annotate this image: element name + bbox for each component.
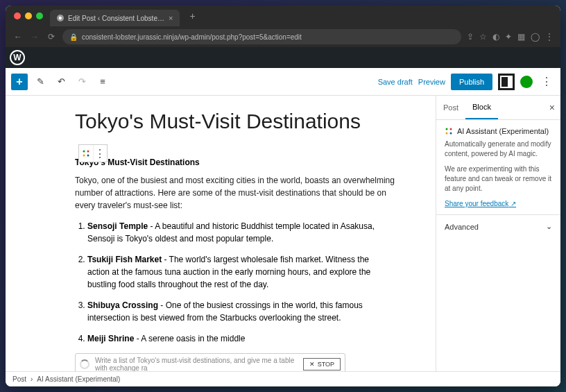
svg-point-7 (450, 128, 452, 130)
svg-point-2 (83, 151, 85, 153)
chevron-right-icon: › (31, 375, 33, 383)
settings-toggle-icon[interactable] (498, 74, 515, 90)
stop-button[interactable]: ✕STOP (303, 358, 341, 370)
ai-panel-icon (445, 127, 453, 135)
svg-point-9 (450, 133, 452, 135)
tab-post[interactable]: Post (436, 96, 465, 119)
wp-admin-bar: W (6, 47, 560, 68)
forward-icon[interactable]: → (29, 31, 40, 42)
content-intro[interactable]: Tokyo, one of the busiest and most excit… (75, 174, 408, 212)
shield-icon[interactable]: ◐ (492, 32, 499, 42)
preview-button[interactable]: Preview (418, 78, 445, 86)
content-list[interactable]: Sensoji Temple - A beautiful and histori… (75, 220, 408, 345)
list-item: Tsukiji Fish Market - The world's larges… (87, 253, 408, 291)
edit-icon[interactable]: ✎ (32, 74, 49, 90)
reload-icon[interactable]: ⟳ (46, 31, 57, 42)
advanced-label: Advanced (445, 223, 479, 231)
post-title[interactable]: Tokyo's Must-Visit Destinations (75, 110, 408, 134)
settings-sidebar: Post Block × AI Assistant (Experimental)… (436, 96, 560, 371)
block-options-icon[interactable]: ⋮ (93, 145, 108, 162)
redo-icon[interactable]: ↷ (74, 74, 90, 90)
share-icon[interactable]: ⇪ (467, 32, 474, 42)
tab-title: Edit Post ‹ Consistent Lobste… (68, 15, 164, 22)
url-bar: ← → ⟳ 🔒 consistent-lobster.jurassic.ninj… (6, 26, 560, 47)
svg-point-4 (83, 155, 85, 157)
jetpack-icon[interactable] (520, 76, 533, 88)
publish-button[interactable]: Publish (451, 74, 492, 90)
ai-prompt-text[interactable]: Write a list of Tokyo's must-visit desti… (95, 357, 298, 372)
svg-point-5 (87, 155, 89, 157)
svg-rect-1 (508, 76, 512, 87)
new-tab-icon[interactable]: + (189, 10, 195, 22)
extensions-icon[interactable]: ✦ (505, 32, 512, 42)
tab-block[interactable]: Block (465, 96, 498, 119)
lock-icon: 🔒 (69, 33, 78, 41)
breadcrumb-item[interactable]: Post (12, 375, 26, 383)
add-block-button[interactable]: + (11, 74, 28, 90)
block-toolbar[interactable]: ⋮ (78, 144, 108, 162)
window-maximize-icon[interactable] (36, 12, 43, 19)
svg-point-3 (87, 151, 89, 153)
undo-icon[interactable]: ↶ (53, 74, 69, 90)
editor-content[interactable]: Tokyo's Must-Visit Destinations ⋮ Tokyo'… (6, 96, 436, 371)
address-bar[interactable]: 🔒 consistent-lobster.jurassic.ninja/wp-a… (62, 29, 461, 44)
favicon-icon (57, 15, 64, 22)
wordpress-logo-icon[interactable]: W (10, 50, 25, 65)
close-icon: ✕ (309, 361, 315, 368)
ai-prompt-bar: Write a list of Tokyo's must-visit desti… (75, 353, 345, 372)
panel-desc-2: We are experimenting with this feature a… (445, 164, 552, 194)
window-close-icon[interactable] (14, 12, 21, 19)
grid-icon[interactable]: ▦ (517, 32, 525, 42)
feedback-link[interactable]: Share your feedback ↗ (445, 200, 516, 207)
window-minimize-icon[interactable] (25, 12, 32, 19)
sidebar-close-icon[interactable]: × (544, 102, 560, 113)
spinner-icon (80, 359, 89, 369)
breadcrumb: Post › AI Assistant (Experimental) (6, 371, 560, 386)
panel-desc-1: Automatically generate and modify conten… (445, 139, 552, 159)
title-bar: Edit Post ‹ Consistent Lobste… × + (6, 6, 560, 26)
list-item: Sensoji Temple - A beautiful and histori… (87, 220, 408, 245)
ai-block-icon[interactable] (79, 145, 93, 162)
editor-toolbar: + ✎ ↶ ↷ ≡ Save draft Preview Publish ⋮ (6, 68, 560, 96)
outline-icon[interactable]: ≡ (94, 74, 111, 90)
more-menu-icon[interactable]: ⋮ (538, 75, 555, 88)
advanced-panel[interactable]: Advanced ⌄ (436, 215, 560, 238)
panel-title: AI Assistant (Experimental) (457, 127, 549, 135)
list-item: Meiji Shrine - A serene oasis in the mid… (87, 332, 408, 345)
save-draft-button[interactable]: Save draft (378, 78, 413, 86)
menu-icon[interactable]: ⋮ (545, 32, 554, 42)
url-text: consistent-lobster.jurassic.ninja/wp-adm… (82, 33, 302, 41)
svg-point-8 (446, 133, 448, 135)
star-icon[interactable]: ☆ (479, 32, 487, 42)
back-icon[interactable]: ← (12, 31, 24, 42)
breadcrumb-item[interactable]: AI Assistant (Experimental) (37, 375, 120, 383)
list-item: Shibuya Crossing - One of the busiest cr… (87, 299, 408, 324)
svg-point-6 (446, 128, 448, 130)
tab-close-icon[interactable]: × (169, 14, 173, 22)
profile-icon[interactable]: ◯ (531, 32, 540, 42)
ai-assistant-panel: AI Assistant (Experimental) Automaticall… (436, 120, 560, 215)
chevron-down-icon: ⌄ (546, 222, 552, 231)
browser-tab[interactable]: Edit Post ‹ Consistent Lobste… × (50, 10, 180, 26)
content-subheading[interactable]: Tokyo's Must-Visit Destinations (75, 157, 408, 167)
